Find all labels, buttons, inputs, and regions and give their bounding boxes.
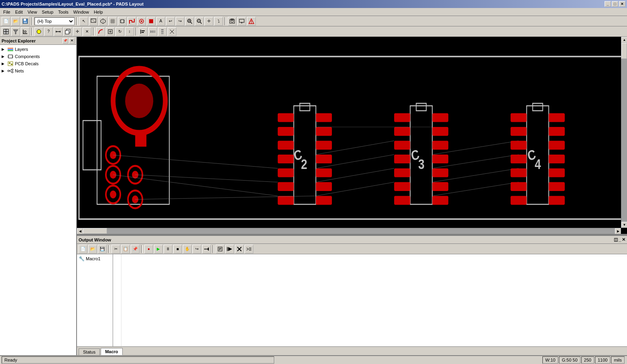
tb2-measure[interactable]: [54, 27, 63, 36]
tb2-space-v[interactable]: [158, 27, 167, 36]
explorer-pin[interactable]: 📌: [63, 38, 68, 44]
otb-copy[interactable]: 📋: [121, 245, 130, 253]
otb-macro-run[interactable]: [225, 245, 234, 253]
tb-zoom-area[interactable]: [89, 17, 98, 26]
otb-save[interactable]: 💾: [98, 245, 107, 253]
canvas-scrollbar-h[interactable]: ◀ ▶: [77, 228, 621, 234]
tb-grid[interactable]: [108, 17, 117, 26]
canvas-scrollbar-v[interactable]: ▲ ▼: [621, 37, 627, 228]
tb-cam[interactable]: [228, 17, 237, 26]
svg-rect-40: [6, 32, 8, 34]
otb-record[interactable]: ●: [144, 245, 153, 253]
menu-edit[interactable]: Edit: [13, 9, 25, 15]
tb2-delete[interactable]: ✕: [83, 27, 91, 36]
tb2-gloss[interactable]: [96, 27, 105, 36]
tb-component[interactable]: [118, 17, 127, 26]
scroll-right[interactable]: ▶: [615, 228, 621, 234]
svg-rect-160: [549, 196, 565, 205]
otb-new[interactable]: 📄: [79, 245, 87, 253]
menu-help[interactable]: Help: [91, 9, 105, 15]
tb2-move[interactable]: ✛: [73, 27, 82, 36]
maximize-button[interactable]: □: [612, 1, 618, 7]
layer-select[interactable]: (H) Top (H) Bottom Signal 1 Signal 2: [34, 17, 75, 25]
svg-rect-107: [316, 141, 332, 150]
close-button[interactable]: ✕: [619, 1, 625, 7]
tb2-push[interactable]: [21, 27, 30, 36]
tb2-filter[interactable]: [11, 27, 20, 36]
otb-clear[interactable]: [235, 245, 244, 253]
output-float[interactable]: ◫: [614, 237, 618, 242]
output-minimize[interactable]: _: [619, 237, 621, 242]
svg-rect-148: [511, 127, 527, 136]
output-text-area[interactable]: [113, 254, 627, 346]
tb2-flip[interactable]: ↕: [125, 27, 134, 36]
tab-macro[interactable]: Macro: [101, 348, 122, 355]
otb-pause[interactable]: ⏸: [164, 245, 172, 253]
minimize-button[interactable]: _: [605, 1, 611, 7]
tb-text[interactable]: A: [156, 17, 165, 26]
otb-step[interactable]: [202, 245, 211, 253]
tb2-spread[interactable]: [168, 27, 176, 36]
tb2-select-all[interactable]: [2, 27, 10, 36]
tb-3d[interactable]: [99, 17, 107, 26]
open-button[interactable]: 📂: [11, 17, 20, 26]
new-button[interactable]: 📄: [2, 17, 10, 26]
menu-view[interactable]: View: [25, 9, 40, 15]
tb-cursor[interactable]: ✛: [204, 17, 213, 26]
macro-item-1[interactable]: 🔧 Macro1: [78, 255, 112, 262]
tb-route2[interactable]: ⤵: [214, 17, 223, 26]
svg-rect-65: [8, 50, 13, 51]
tb2-space-h[interactable]: [148, 27, 157, 36]
scroll-thumb-v[interactable]: [621, 43, 627, 59]
svg-point-74: [8, 70, 9, 72]
tb2-query[interactable]: ?: [44, 27, 53, 36]
sep2-3: [136, 28, 137, 36]
tb-zoom-in[interactable]: [185, 17, 194, 26]
tb2-spin[interactable]: ↻: [115, 27, 124, 36]
menu-window[interactable]: Window: [71, 9, 91, 15]
tb-display[interactable]: [237, 17, 246, 26]
tree-item-layers[interactable]: ▶ Layers: [1, 46, 75, 53]
scroll-left[interactable]: ◀: [77, 228, 83, 234]
svg-rect-38: [6, 29, 8, 32]
explorer-close[interactable]: ✕: [69, 38, 75, 44]
menu-file[interactable]: File: [1, 9, 13, 15]
output-close[interactable]: ✕: [622, 237, 625, 242]
tb-undo[interactable]: ↩: [166, 17, 175, 26]
tb2-copy[interactable]: [63, 27, 72, 36]
scroll-thumb-h[interactable]: [83, 228, 107, 234]
tb-select[interactable]: ↖: [79, 17, 88, 26]
pcb-canvas-area[interactable]: C 2: [77, 37, 627, 235]
tb-zoom-out[interactable]: [195, 17, 204, 26]
svg-rect-151: [511, 168, 527, 177]
scroll-up[interactable]: ▲: [621, 37, 627, 43]
save-button[interactable]: [21, 17, 30, 26]
otb-stop[interactable]: ■: [173, 245, 182, 253]
tree-item-components[interactable]: ▶ Components: [1, 53, 75, 60]
svg-rect-53: [142, 32, 144, 33]
menu-tools[interactable]: Tools: [56, 9, 71, 15]
tb-fill[interactable]: [147, 17, 156, 26]
tb2-align-left[interactable]: [139, 27, 148, 36]
tab-status[interactable]: Status: [79, 348, 100, 355]
otb-run[interactable]: ↪: [192, 245, 201, 253]
otb-pan[interactable]: ✋: [183, 245, 192, 253]
otb-cut[interactable]: ✂: [111, 245, 120, 253]
otb-paste[interactable]: 📌: [131, 245, 140, 253]
otb-open[interactable]: 📂: [88, 245, 97, 253]
tb-drc[interactable]: [247, 17, 256, 26]
tree-item-pcb-decals[interactable]: ▶ PCB Decals: [1, 60, 75, 67]
svg-line-77: [9, 70, 12, 71]
tb-via[interactable]: [137, 17, 146, 26]
scroll-down[interactable]: ▼: [621, 222, 627, 228]
svg-rect-73: [11, 64, 12, 65]
menu-setup[interactable]: Setup: [39, 9, 56, 15]
tb-trace[interactable]: [127, 17, 136, 26]
otb-macro-edit[interactable]: [216, 245, 225, 253]
tree-item-nets[interactable]: ▶ Nets: [1, 67, 75, 74]
tb2-ecoadd[interactable]: [106, 27, 115, 36]
otb-play[interactable]: ▶: [154, 245, 163, 253]
otb-indent[interactable]: [245, 245, 253, 253]
tb-redo[interactable]: ↪: [176, 17, 184, 26]
tb2-highlight[interactable]: [34, 27, 43, 36]
